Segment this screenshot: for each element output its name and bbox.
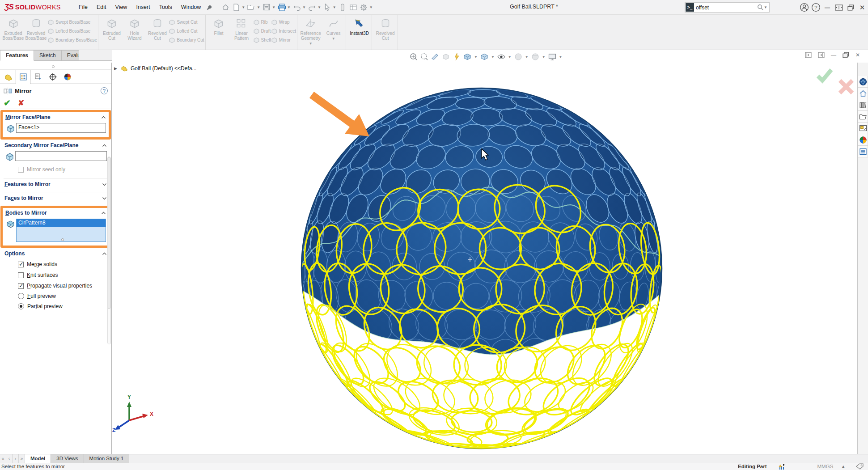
expand-icon[interactable] [102,197,107,200]
ribbon-button-revolved-bossbase[interactable]: RevolvedBoss/Base [25,16,47,50]
feature-tree-crumb[interactable]: ▶ Golf Ball (Default) <<Defa... [114,65,196,72]
hud-flash-icon[interactable] [451,52,462,62]
doc-restore-icon[interactable] [843,52,849,58]
select-icon[interactable] [323,3,332,12]
tag-icon[interactable] [856,463,864,470]
new-caret-icon[interactable]: ▼ [241,5,245,9]
panel-splitter[interactable] [0,63,111,70]
hud-viewcube-icon[interactable] [479,52,490,62]
ribbon-button-lofted-cut[interactable]: Lofted Cut [169,26,204,35]
print-icon[interactable] [277,3,286,12]
feature-help-icon[interactable]: ? [101,87,108,94]
secondary-face-input[interactable] [15,151,107,161]
bodies-listbox[interactable]: CirPattern8 [16,219,106,242]
save-icon[interactable] [262,3,271,12]
hud-sphere2-caret-icon[interactable]: ▼ [542,55,546,59]
hud-viewcube-caret-icon[interactable]: ▼ [491,55,495,59]
ribbon-button-reference-geometry[interactable]: ReferenceGeometry▼ [299,16,322,50]
panel-scrollbar[interactable] [107,157,111,344]
ribbon-button-boundary-cut[interactable]: Boundary Cut [169,35,204,44]
hud-eye-caret-icon[interactable]: ▼ [508,55,512,59]
group-title[interactable]: Faces to Mirror [4,195,43,201]
hud-zoom-fit-icon[interactable] [408,52,419,62]
collapse-icon[interactable] [102,252,107,255]
menu-view[interactable]: View [111,2,132,12]
ok-button[interactable]: ✔ [4,98,11,108]
group-title[interactable]: Mirror Face/Plane [5,114,51,120]
hud-eye-icon[interactable] [496,52,507,62]
help-icon[interactable]: ? [810,2,821,13]
split-right-icon[interactable] [818,52,825,58]
search-icon[interactable] [757,4,764,11]
panel-tab-1[interactable] [1,70,16,84]
ribbon-button-fillet[interactable]: Fillet [207,16,230,50]
mirror-face-input[interactable]: Face<1> [16,123,106,133]
selected-body-item[interactable]: CirPattern8 [17,219,106,227]
restore-span-button[interactable] [833,2,845,13]
collapse-icon[interactable] [101,116,106,119]
undo-caret-icon[interactable]: ▼ [302,5,306,9]
hud-zoom-area-icon[interactable] [419,52,430,62]
restore-button[interactable] [845,2,856,13]
ribbon-button-revolved-cut[interactable]: RevolvedCut [374,16,397,50]
checkbox-knit-surfaces[interactable] [18,272,24,278]
pill-icon[interactable] [338,3,347,12]
undo-icon[interactable] [292,3,301,12]
hud-monitor-icon[interactable] [547,52,558,62]
ribbon-button-hole-wizard[interactable]: HoleWizard [123,16,146,50]
hud-prev-view-icon[interactable] [440,52,451,62]
ribbon-button-linear-pattern[interactable]: LinearPattern [230,16,253,50]
ribbon-button-mirror[interactable]: Mirror [271,35,296,44]
ribbon-button-extruded-cut[interactable]: ExtrudedCut [100,16,123,50]
group-title[interactable]: Secondary Mirror Face/Plane [4,142,78,148]
group-title[interactable]: Bodies to Mirror [5,210,47,216]
taskpane-home2-button[interactable] [858,88,868,99]
doc-close-icon[interactable]: ✕ [855,52,860,58]
open-icon[interactable] [247,3,256,12]
hud-knife-icon[interactable] [430,52,440,62]
checkbox-propagate-visual-properties[interactable]: ✓ [18,283,24,289]
group-title[interactable]: Features to Mirror [4,181,51,187]
hud-section-icon[interactable] [462,52,473,62]
model-tab-nav-2[interactable]: › [13,454,19,463]
doc-minimize-icon[interactable]: — [831,52,836,58]
hud-section-caret-icon[interactable]: ▼ [474,55,478,59]
menu-file[interactable]: File [74,2,92,12]
sheet-icon[interactable] [349,3,358,12]
model-tab-3d-views[interactable]: 3D Views [51,454,84,463]
group-title[interactable]: Options [4,250,25,257]
gear-caret-icon[interactable]: ▼ [369,5,373,9]
redo-icon[interactable] [308,3,317,12]
menu-edit[interactable]: Edit [92,2,111,12]
panel-tab-3[interactable] [30,70,45,84]
select-caret-icon[interactable]: ▼ [333,5,336,9]
gear-icon[interactable] [360,3,368,12]
cancel-button[interactable]: ✘ [18,98,24,108]
menu-window[interactable]: Window [177,2,205,12]
close-button[interactable]: ✕ [856,2,868,13]
model-tab-nav-1[interactable]: ‹ [6,454,13,463]
radio-full-preview[interactable] [18,293,24,299]
panel-tab-5[interactable] [60,70,75,84]
ribbon-button-shell[interactable]: Shell [253,35,271,44]
tab-sketch[interactable]: Sketch [34,50,62,61]
checkbox-merge-solids[interactable]: ✓ [18,262,24,267]
model-tab-model[interactable]: Model [25,454,51,463]
expand-icon[interactable] [102,183,107,186]
taskpane-props-button[interactable] [858,146,868,157]
hud-sphere1-icon[interactable] [513,52,524,62]
ribbon-button-wrap[interactable]: Wrap [271,17,296,26]
new-icon[interactable] [232,3,241,12]
model-tab-nav-3[interactable]: » [19,454,25,463]
pin-icon[interactable] [206,4,213,11]
taskpane-3dexperience-button[interactable] [858,76,868,88]
taskpane-folder2-button[interactable] [858,111,868,123]
taskpane-appearance-ball-button[interactable] [858,134,868,146]
menu-tools[interactable]: Tools [155,2,177,12]
ribbon-button-revolved-cut[interactable]: RevolvedCut [146,16,169,50]
hud-sphere2-icon[interactable] [530,52,541,62]
ribbon-button-draft[interactable]: Draft [253,26,271,35]
panel-tab-4[interactable] [45,70,60,84]
units-label[interactable]: MMGS [817,464,834,469]
ribbon-button-intersect[interactable]: Intersect [271,26,296,35]
